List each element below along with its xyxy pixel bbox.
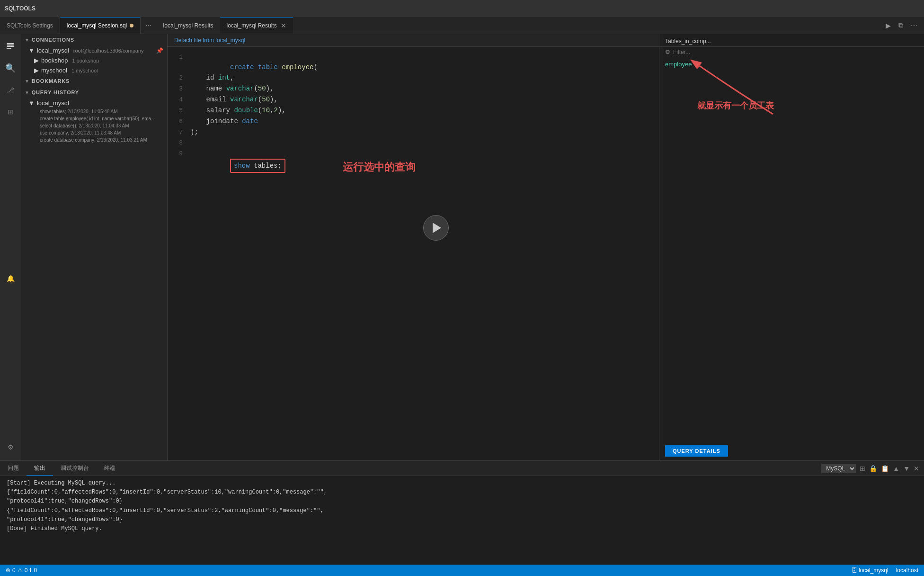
play-button[interactable] <box>423 215 449 241</box>
db-myschool-expand-icon: ▶ <box>34 67 39 74</box>
bookmarks-chevron: ▼ <box>25 79 30 84</box>
highlighted-query: show tables; <box>230 159 285 173</box>
error-count: 0 <box>12 567 16 574</box>
code-editor[interactable]: 1 create table employee( 2 id int, 3 nam… <box>168 47 659 460</box>
output-line-5: [Done] Finished MySQL query. <box>7 524 917 533</box>
line-num-9: 9 <box>168 149 190 159</box>
results-filter-bar: ⚙ <box>659 47 924 57</box>
line-num-1: 1 <box>168 52 190 63</box>
error-icon: ⊗ <box>6 567 10 574</box>
bottom-copy-icon[interactable]: 📋 <box>881 465 889 472</box>
bell-activity-icon[interactable]: 🔔 <box>2 270 19 287</box>
bottom-tab-terminal-label: 终端 <box>104 464 116 472</box>
bottom-tab-debug[interactable]: 调试控制台 <box>53 461 97 476</box>
qh-connection-label: local_mysql <box>37 99 69 107</box>
query-history-header[interactable]: ▼ QUERY HISTORY <box>21 87 167 98</box>
tab-more-button[interactable]: ··· <box>141 17 156 34</box>
connections-header[interactable]: ▼ CONNECTIONS <box>21 34 167 45</box>
qh-item-1[interactable]: create table employee( id int, name varc… <box>21 115 167 122</box>
tab-settings[interactable]: SQLTools Settings <box>0 17 60 34</box>
line-num-5: 5 <box>168 106 190 116</box>
svg-rect-2 <box>7 48 11 49</box>
qh-item-3[interactable]: use company; 2/13/2020, 11:03:48 AM <box>21 129 167 136</box>
result-item-employee[interactable]: employee <box>665 59 918 69</box>
annotation-run-query: 运行选中的查询 <box>343 163 416 173</box>
bottom-tab-actions: MySQL ⊞ 🔒 📋 ▲ ▼ ✕ <box>817 464 924 473</box>
settings-activity-icon[interactable]: ⚙ <box>2 439 19 456</box>
annotation-show-result: 就显示有一个员工表 <box>697 100 774 111</box>
qh-connection[interactable]: ▼ local_mysql <box>21 98 167 108</box>
git-activity-icon[interactable]: ⎇ <box>2 81 19 99</box>
filter-input[interactable] <box>673 49 918 55</box>
connection-local-mysql[interactable]: ▼ local_mysql root@localhost:3306/compan… <box>21 45 167 55</box>
status-right: 🗄 local_mysql localhost <box>852 567 918 574</box>
split-icon[interactable]: ⧉ <box>897 20 905 30</box>
qh-item-4[interactable]: create database company; 2/13/2020, 11:0… <box>21 136 167 144</box>
status-connection[interactable]: 🗄 local_mysql <box>852 567 888 574</box>
pin-icon[interactable]: 📌 <box>156 47 163 54</box>
query-history-section: ▼ QUERY HISTORY ▼ local_mysql show table… <box>21 87 167 144</box>
line-content-6: joindate date <box>190 116 659 126</box>
more-icon[interactable]: ⋯ <box>909 21 919 30</box>
code-line-1: 1 create table employee( <box>168 52 659 72</box>
output-line-1: {"fieldCount":0,"affectedRows":0,"insert… <box>7 488 917 497</box>
line-num-4: 4 <box>168 95 190 105</box>
line-num-7: 7 <box>168 127 190 138</box>
output-line-0: [Start] Executing MySQL query... <box>7 479 917 488</box>
warning-count: 0 <box>25 567 28 574</box>
bottom-down-icon[interactable]: ▼ <box>903 465 910 472</box>
search-activity-icon[interactable]: 🔍 <box>2 60 19 77</box>
query-details-button[interactable]: QUERY DETAILS <box>665 445 728 457</box>
warning-icon: ⚠ <box>18 567 23 574</box>
bookmarks-header[interactable]: ▼ BOOKMARKS <box>21 75 167 87</box>
connections-section: ▼ CONNECTIONS ▼ local_mysql root@localho… <box>21 34 167 75</box>
output-line-4: "protocol41":true,"changedRows":0} <box>7 515 917 524</box>
tab-session-sql[interactable]: local_mysql Session.sql <box>60 17 141 34</box>
query-history-list: show tables; 2/13/2020, 11:05:48 AM crea… <box>21 108 167 144</box>
lang-select[interactable]: MySQL <box>821 464 856 473</box>
qh-item-3-label: use company; <box>40 130 69 135</box>
detach-bar[interactable]: Detach file from local_mysql <box>168 34 659 47</box>
run-icon[interactable]: ▶ <box>884 21 893 30</box>
output-line-3: {"fieldCount":0,"affectedRows":0,"insert… <box>7 506 917 515</box>
qh-item-2-time: 2/13/2020, 11:04:33 AM <box>79 123 129 128</box>
code-line-6: 6 joindate date <box>168 116 659 127</box>
bottom-tabs: 问题 输出 调试控制台 终端 MySQL ⊞ 🔒 📋 ▲ ▼ ✕ <box>0 461 924 476</box>
qh-item-0[interactable]: show tables; 2/13/2020, 11:05:48 AM <box>21 108 167 115</box>
qh-item-1-label: create table employee( id int, name varc… <box>40 116 155 121</box>
tab-results-2[interactable]: local_mysql Results ✕ <box>220 17 293 34</box>
qh-item-4-time: 2/13/2020, 11:03:21 AM <box>97 137 147 143</box>
tab-bar: SQLTools Settings local_mysql Session.sq… <box>0 17 924 34</box>
qh-item-2[interactable]: select database(); 2/13/2020, 11:04:33 A… <box>21 122 167 129</box>
extensions-activity-icon[interactable]: ⊞ <box>2 103 19 120</box>
editor-area: Detach file from local_mysql 1 create ta… <box>168 34 659 460</box>
bottom-tab-problems[interactable]: 问题 <box>0 461 27 476</box>
main-layout: 🔍 ⎇ ⊞ 🔔 ⚙ ▼ CONNECTIONS ▼ local_mysql ro… <box>0 34 924 460</box>
bottom-format-icon[interactable]: ⊞ <box>860 465 865 472</box>
tab-results-2-close[interactable]: ✕ <box>281 22 286 29</box>
status-host: localhost <box>896 567 918 574</box>
db-myschool-sublabel: 1 myschool <box>71 68 98 73</box>
db-bookshop-sublabel: 1 bookshop <box>72 58 99 63</box>
status-errors[interactable]: ⊗ 0 ⚠ 0 ℹ 0 <box>6 567 37 574</box>
db-myschool[interactable]: ▶ myschool 1 myschool <box>21 65 167 75</box>
line-content-3: name varchar(50), <box>190 83 659 94</box>
db-bookshop[interactable]: ▶ bookshop 1 bookshop <box>21 55 167 65</box>
tab-actions: ▶ ⧉ ⋯ <box>879 17 924 34</box>
tab-results-1[interactable]: local_mysql Results <box>157 17 220 34</box>
line-num-3: 3 <box>168 84 190 94</box>
status-bar: ⊗ 0 ⚠ 0 ℹ 0 🗄 local_mysql localhost <box>0 565 924 576</box>
bottom-tab-problems-label: 问题 <box>8 464 19 472</box>
code-line-8: 8 <box>168 138 659 148</box>
filter-icon: ⚙ <box>665 49 670 55</box>
bottom-tab-terminal[interactable]: 终端 <box>97 461 123 476</box>
sqltools-activity-icon[interactable] <box>2 38 19 55</box>
qh-connection-icon: ▼ <box>28 99 35 107</box>
bottom-lock-icon[interactable]: 🔒 <box>869 465 877 472</box>
bottom-close-icon[interactable]: ✕ <box>914 465 919 472</box>
line-content-9: show tables; <box>190 148 659 183</box>
bottom-tab-output[interactable]: 输出 <box>27 461 53 476</box>
db-myschool-label: myschool <box>41 67 67 74</box>
tab-results-2-label: local_mysql Results <box>227 22 277 29</box>
bottom-up-icon[interactable]: ▲ <box>893 465 899 472</box>
